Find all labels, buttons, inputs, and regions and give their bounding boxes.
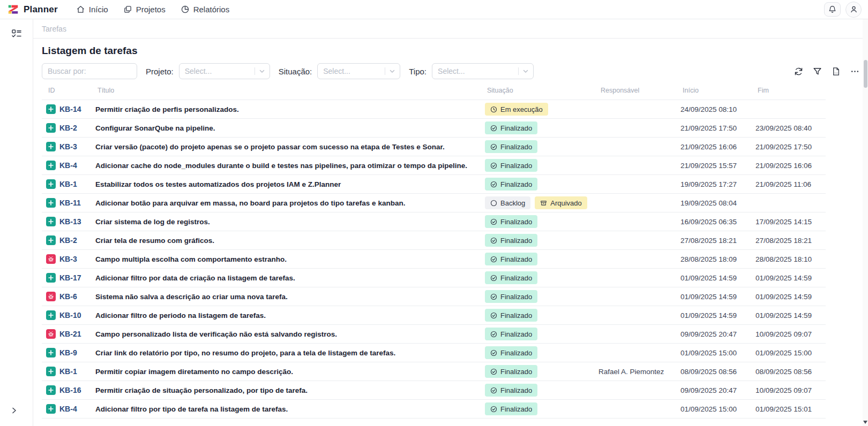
task-start-date: 27/08/2025 18:21: [680, 237, 755, 245]
task-type-icon: [46, 404, 56, 414]
task-type-icon: [46, 217, 56, 226]
col-header-fim: Fim: [755, 87, 826, 94]
status-badge-finalizado: Finalizado: [485, 309, 537, 322]
task-start-date: 28/08/2025 18:09: [680, 255, 755, 263]
table-row[interactable]: KB-3 Criar versão (pacote) do projeto ap…: [42, 137, 826, 156]
nav-item-projetos[interactable]: Projetos: [123, 5, 166, 14]
task-id[interactable]: KB-6: [59, 292, 77, 301]
task-id[interactable]: KB-2: [59, 124, 77, 132]
task-id[interactable]: KB-4: [59, 161, 77, 170]
table-row[interactable]: KB-9 Criar link do relatório por tipo, n…: [42, 343, 826, 362]
table-row[interactable]: KB-13 Criar sistema de log de registros.…: [42, 212, 826, 231]
table-row[interactable]: KB-1 Estabilizar todos os testes automat…: [42, 174, 826, 193]
table-row[interactable]: KB-2 Criar tela de resumo com gráficos. …: [42, 231, 826, 249]
check-circle-icon: [490, 237, 497, 244]
status-label: Finalizado: [500, 162, 532, 170]
status-cell: Finalizado: [485, 309, 598, 322]
task-id[interactable]: KB-9: [59, 348, 77, 357]
status-badge-finalizado: Finalizado: [485, 178, 537, 191]
col-header-situacao: Situação: [485, 87, 598, 94]
task-type-icon: [46, 142, 56, 151]
task-id[interactable]: KB-11: [59, 199, 81, 207]
status-label: Finalizado: [500, 180, 532, 188]
status-label: Finalizado: [500, 386, 532, 394]
main-area: Tarefas Listagem de tarefas Projeto: Sel…: [33, 19, 868, 426]
task-id[interactable]: KB-3: [59, 142, 77, 151]
task-start-date: 01/09/2025 15:00: [680, 405, 755, 413]
user-menu-button[interactable]: [845, 2, 862, 18]
bug-type-icon: [46, 254, 56, 264]
task-end-date: 23/09/2025 08:40: [755, 124, 826, 132]
task-title: Adicionar filtro por tipo de tarefa na l…: [95, 405, 485, 413]
refresh-icon[interactable]: [794, 66, 803, 76]
task-start-date: 01/09/2025 14:59: [680, 274, 755, 282]
table-row[interactable]: KB-4 Adicionar cache do node_modules dur…: [42, 156, 826, 174]
task-title: Criar link do relatório por tipo, no res…: [95, 349, 485, 357]
situacao-select[interactable]: Select...: [317, 63, 400, 79]
check-circle-icon: [490, 181, 497, 188]
task-type-icon: [46, 310, 56, 320]
main-nav: Início Projetos Relatórios: [76, 5, 229, 14]
task-title: Campo personalizado lista de verificação…: [95, 330, 485, 338]
filter-label-situacao: Situação:: [279, 67, 312, 76]
export-file-icon[interactable]: [831, 66, 841, 76]
scrollbar-thumb[interactable]: [864, 60, 867, 88]
task-id[interactable]: KB-4: [59, 405, 77, 413]
status-badge-execucao: Em execução: [485, 103, 548, 116]
sidebar-expand-button[interactable]: [6, 402, 22, 419]
status-badge-finalizado: Finalizado: [485, 346, 537, 359]
app-logo[interactable]: Planner: [8, 4, 58, 15]
check-circle-icon: [490, 256, 497, 263]
status-badge-finalizado: Finalizado: [485, 121, 537, 134]
status-cell: Finalizado: [485, 234, 598, 247]
task-title: Configurar SonarQube na pipeline.: [95, 124, 485, 132]
task-title: Criar tela de resumo com gráficos.: [95, 237, 485, 245]
vertical-scrollbar[interactable]: [863, 19, 868, 426]
status-label: Backlog: [500, 199, 525, 207]
task-id[interactable]: KB-2: [59, 236, 77, 245]
table-row[interactable]: KB-14 Permitir criação de perfis persona…: [42, 100, 826, 118]
select-value: Select...: [185, 67, 251, 75]
task-id[interactable]: KB-21: [59, 330, 81, 338]
task-id[interactable]: KB-13: [59, 217, 81, 226]
projeto-select[interactable]: Select...: [179, 63, 270, 79]
task-title: Adicionar filtro de periodo na listagem …: [95, 311, 485, 320]
task-id[interactable]: KB-16: [59, 386, 81, 394]
table-row[interactable]: KB-17 Adicionar filtro por data de criaç…: [42, 268, 826, 287]
check-circle-icon: [490, 162, 497, 169]
search-input[interactable]: [42, 63, 137, 79]
task-id[interactable]: KB-14: [59, 105, 81, 113]
table-row[interactable]: KB-21 Campo personalizado lista de verif…: [42, 324, 826, 343]
status-badge-finalizado: Finalizado: [485, 271, 537, 284]
ellipsis-icon[interactable]: [850, 66, 859, 76]
home-icon: [76, 5, 85, 14]
archive-icon: [540, 200, 547, 207]
table-row[interactable]: KB-16 Permitir criação de situação perso…: [42, 381, 826, 399]
status-badge-finalizado: Finalizado: [485, 402, 537, 415]
status-cell: Em execução: [485, 103, 598, 116]
notifications-button[interactable]: [824, 2, 841, 17]
task-id[interactable]: KB-3: [59, 255, 77, 263]
table-row[interactable]: KB-1 Permitir copiar imagem diretamento …: [42, 362, 826, 381]
task-id[interactable]: KB-1: [59, 180, 77, 188]
table-row[interactable]: KB-11 Adicionar botão para arquivar em m…: [42, 193, 826, 212]
nav-label: Relatórios: [193, 5, 230, 14]
task-id[interactable]: KB-1: [59, 367, 77, 376]
task-id[interactable]: KB-10: [59, 311, 81, 320]
table-row[interactable]: KB-3 Campo multipla escolha com comporta…: [42, 249, 826, 268]
sidebar-item-tarefas[interactable]: [8, 26, 26, 42]
tipo-select[interactable]: Select...: [432, 63, 534, 79]
nav-item-inicio[interactable]: Início: [76, 5, 108, 14]
table-row[interactable]: KB-2 Configurar SonarQube na pipeline. F…: [42, 118, 826, 137]
table-row[interactable]: KB-4 Adicionar filtro por tipo de tarefa…: [42, 399, 826, 418]
task-id[interactable]: KB-17: [59, 273, 81, 282]
table-row[interactable]: KB-10 Adicionar filtro de periodo na lis…: [42, 306, 826, 324]
nav-item-relatorios[interactable]: Relatórios: [181, 5, 230, 14]
status-cell: Finalizado: [485, 121, 598, 134]
nav-label: Projetos: [136, 5, 166, 14]
table-row[interactable]: KB-6 Sistema não salva a descrição ao cr…: [42, 287, 826, 306]
status-cell: Finalizado: [485, 253, 598, 265]
filter-icon[interactable]: [812, 66, 822, 76]
status-cell: Finalizado: [485, 140, 598, 153]
scroll-down-arrow-icon[interactable]: [863, 421, 867, 424]
